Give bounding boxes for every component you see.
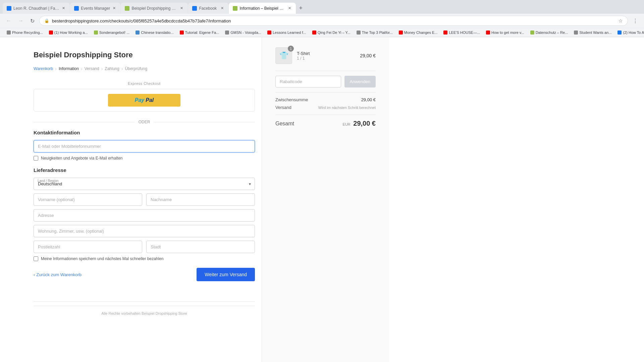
tab-favicon [74,6,79,11]
tab-close-icon[interactable]: ✕ [179,5,184,11]
bookmark-label: Student Wants an... [579,31,611,35]
address-bar-icons: ☆ [619,18,623,23]
bookmark-label: (1) How Working a... [54,31,88,35]
bookmark-student[interactable]: Student Wants an... [571,29,614,36]
forward-button[interactable]: → [16,16,25,25]
bookmark-add[interactable]: (2) How To Add A... [615,29,644,36]
tab-title: Leon R. Chaudhari | Facebook [13,6,59,11]
back-label: Zurück zum Warenkorb [36,272,82,277]
address-input[interactable] [34,209,255,222]
tab-close-icon[interactable]: ✕ [287,5,292,11]
bookmark-more-views[interactable]: How to get more v... [483,29,527,36]
email-input[interactable] [34,140,255,153]
bookmark-chinese[interactable]: Chinese translatio... [133,29,176,36]
or-divider: ODER [34,120,255,124]
bookmark-favicon [7,31,11,35]
product-tshirt-icon: 👕 [279,51,288,60]
bookmark-label: Chinese translatio... [141,31,173,35]
paypal-button[interactable]: PayPal [108,94,180,107]
bookmark-qing[interactable]: Qing Fei De Yi – Y... [310,29,353,36]
tab-favicon [233,6,237,11]
breadcrumb-versand: Versand [85,66,99,71]
product-variant: 1 / 1 [297,56,355,61]
bookmark-favicon [530,31,534,35]
tab-title: Beispiel Dropshipping Store... [131,6,177,11]
back-to-cart-link[interactable]: ‹ Zurück zum Warenkorb [34,272,82,277]
total-label: Gesamt [275,121,294,127]
newsletter-checkbox-row: Neuigkeiten und Angebote via E-Mail erha… [34,156,255,161]
bookmark-lessons[interactable]: Lessons Learned f... [265,29,309,36]
address-bar[interactable]: 🔒 besterdropshippingstore.com/checkouts/… [39,16,628,26]
new-tab-button[interactable]: + [296,3,305,13]
extensions-button[interactable]: ⋮ [631,16,640,25]
tab-events-manager[interactable]: Events Manager ✕ [70,3,120,14]
bookmark-label: GMSN - Voiogda... [230,31,261,35]
contact-section: Kontaktinformation Neuigkeiten und Angeb… [34,130,255,161]
postal-city-row [34,241,255,253]
bookmark-label: LEE'S HOUSE—... [449,31,480,35]
bookmark-favicon [312,31,316,35]
breadcrumb: Warenkorb › Information › Versand › Zahl… [34,66,255,71]
express-checkout-label: Express Checkout [34,81,255,85]
tab-title: Events Manager [81,6,110,11]
bookmark-lee[interactable]: LEE'S HOUSE—... [441,29,483,36]
subtotal-row: Zwischensumme 29,00 € [275,97,376,102]
country-select[interactable]: Deutschland Österreich Schweiz [34,178,255,190]
newsletter-checkbox[interactable] [34,156,38,161]
express-checkout-box: PayPal [34,89,255,112]
sidebar-divider-3 [275,115,376,115]
bookmark-sonderangebot[interactable]: Sonderangebot! ... [91,29,132,36]
tab-favicon [7,6,11,11]
continue-button[interactable]: Weiter zum Versand [197,268,255,281]
product-name: T-Shirt [297,51,355,56]
bookmark-tutorial[interactable]: Tutorial: Eigene Fa... [177,29,222,36]
postal-input[interactable] [34,241,142,253]
tab-bar: Leon R. Chaudhari | Facebook ✕ Events Ma… [0,0,644,14]
reload-button[interactable]: ↻ [28,16,37,25]
tab-close-icon[interactable]: ✕ [220,5,224,11]
country-select-wrapper: Land / Region Deutschland Österreich Sch… [34,178,255,190]
browser-chrome: Leon R. Chaudhari | Facebook ✕ Events Ma… [0,0,644,37]
discount-input[interactable] [275,76,341,87]
save-info-checkbox[interactable] [34,256,38,261]
bookmark-working[interactable]: (1) How Working a... [46,29,91,36]
address-field-group [34,209,255,222]
paypal-pal-text: Pal [146,97,154,103]
bookmark-favicon [357,31,361,35]
bookmark-top3[interactable]: The Top 3 Platfor... [354,29,395,36]
bookmark-gmsn[interactable]: GMSN - Voiogda... [222,29,264,36]
star-icon[interactable]: ☆ [619,18,623,23]
bookmark-label: The Top 3 Platfor... [362,31,393,35]
address2-input[interactable] [34,225,255,237]
tab-dropshipping[interactable]: Beispiel Dropshipping Store... ✕ [121,3,188,14]
shipping-label: Versand [275,105,291,110]
breadcrumb-warenkorb[interactable]: Warenkorb [34,66,53,71]
bookmark-favicon [267,31,271,35]
breadcrumb-information: Information [59,66,79,71]
bookmark-money[interactable]: Money Changes E... [396,29,440,36]
tab-close-icon[interactable]: ✕ [112,5,116,11]
lastname-input[interactable] [146,193,255,206]
tab-close-icon[interactable]: ✕ [61,5,66,11]
bookmark-phone-recycling[interactable]: Phone Recycling... [4,29,46,36]
firstname-input[interactable] [34,193,142,206]
tab-title: Facebook [199,6,218,11]
back-button[interactable]: ← [4,16,13,25]
shipping-heading: Lieferadresse [34,167,255,173]
bookmark-label: (2) How To Add A... [623,31,644,35]
tab-information-active[interactable]: Information – Beispiel Dropsh... ✕ [229,3,296,14]
bookmark-label: How to get more v... [491,31,524,35]
tab-facebook2[interactable]: Facebook ✕ [188,3,228,14]
express-checkout-section: Express Checkout PayPal [34,81,255,112]
email-field-group [34,140,255,153]
footer-divider [34,301,255,302]
main-content: Beispiel Dropshipping Store Warenkorb › … [0,37,262,362]
city-input[interactable] [146,241,255,253]
bookmark-label: Qing Fei De Yi – Y... [318,31,351,35]
breadcrumb-sep-2: › [81,66,83,71]
apply-discount-button[interactable]: Anwenden [344,76,376,87]
bookmark-datenschutz[interactable]: Datenschutz – Re... [528,29,571,36]
tab-facebook[interactable]: Leon R. Chaudhari | Facebook ✕ [3,3,70,14]
bookmark-label: Phone Recycling... [12,31,43,35]
product-info: T-Shirt 1 / 1 [297,51,355,61]
